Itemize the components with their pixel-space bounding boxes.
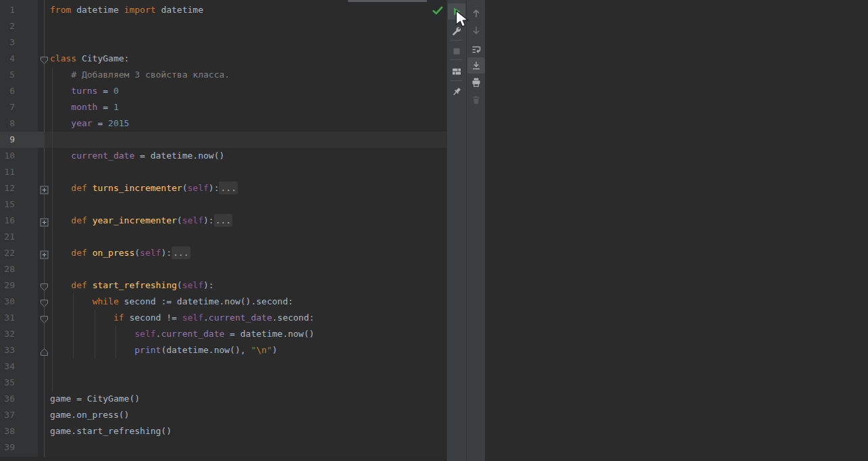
- fold-marker-end-icon[interactable]: [40, 346, 49, 354]
- line-number: 29: [0, 277, 15, 294]
- line-number: 12: [0, 180, 15, 196]
- code-line-28[interactable]: 28: [0, 261, 446, 277]
- code-text: year = 2015: [50, 115, 129, 132]
- restore-layout-button[interactable]: [448, 63, 465, 80]
- code-line-36[interactable]: 36game = CityGame(): [0, 391, 446, 407]
- code-line-4[interactable]: 4class CityGame:: [0, 51, 446, 67]
- code-line-21[interactable]: 21: [0, 229, 446, 245]
- arrow-down-button[interactable]: [467, 22, 485, 38]
- fold-marker-open-icon[interactable]: [40, 297, 49, 306]
- indent-guide: [52, 132, 53, 148]
- print-icon: [471, 77, 482, 88]
- code-text: turns = 0: [50, 83, 119, 99]
- line-number: 9: [0, 132, 15, 148]
- line-number: 35: [0, 375, 15, 391]
- code-line-15[interactable]: 15: [0, 196, 446, 213]
- line-number: 8: [0, 115, 15, 132]
- soft-wrap-button[interactable]: [467, 42, 485, 58]
- line-number: 15: [0, 196, 15, 213]
- code-line-37[interactable]: 37game.on_press(): [0, 407, 446, 423]
- line-number: 34: [0, 358, 15, 375]
- fold-marker-closed-icon[interactable]: [40, 184, 49, 192]
- indent-guide: [52, 164, 53, 180]
- code-line-31[interactable]: 31 if second != self.current_date.second…: [0, 310, 446, 326]
- toolbar-separator: [451, 40, 462, 40]
- code-line-32[interactable]: 32 self.current_date = datetime.now(): [0, 326, 446, 342]
- code-line-38[interactable]: 38game.start_refreshing(): [0, 423, 446, 439]
- code-line-9[interactable]: 9: [0, 132, 446, 148]
- trash-icon: [471, 94, 482, 105]
- line-number: 36: [0, 391, 15, 407]
- scroll-to-end-icon: [471, 60, 482, 71]
- code-text: def start_refreshing(self):: [50, 277, 214, 294]
- code-text: while second := datetime.now().second:: [50, 294, 293, 310]
- indent-guide: [52, 375, 53, 391]
- code-text: def year_incrementer(self):...: [50, 213, 232, 229]
- code-text: game.start_refreshing(): [50, 423, 172, 439]
- fold-marker-closed-icon[interactable]: [40, 216, 49, 225]
- toolbar-separator: [451, 59, 462, 60]
- indent-guide: [52, 229, 53, 245]
- code-text: print(datetime.now(), "\n"): [50, 342, 278, 358]
- line-number: 31: [0, 310, 15, 326]
- code-line-8[interactable]: 8 year = 2015: [0, 115, 446, 132]
- code-text: # Добавляем 3 свойства класса.: [50, 67, 230, 83]
- code-text: if second != self.current_date.second:: [50, 310, 314, 326]
- code-line-29[interactable]: 29 def start_refreshing(self):: [0, 277, 446, 294]
- mouse-pointer-icon: [455, 10, 469, 30]
- line-number: 16: [0, 213, 15, 229]
- code-text: month = 1: [50, 99, 119, 115]
- scroll-to-end-button[interactable]: [467, 57, 485, 74]
- line-number: 6: [0, 83, 15, 99]
- code-line-33[interactable]: 33 print(datetime.now(), "\n"): [0, 342, 446, 358]
- code-line-5[interactable]: 5 # Добавляем 3 свойства класса.: [0, 67, 446, 83]
- folded-code-badge[interactable]: ...: [214, 214, 232, 227]
- pin-button[interactable]: [448, 84, 465, 100]
- code-line-34[interactable]: 34: [0, 358, 446, 375]
- code-text: game = CityGame(): [50, 391, 140, 407]
- trash-button[interactable]: [467, 92, 485, 108]
- arrow-up-icon: [471, 8, 482, 19]
- print-button[interactable]: [467, 74, 485, 90]
- code-line-30[interactable]: 30 while second := datetime.now().second…: [0, 294, 446, 310]
- code-line-10[interactable]: 10 current_date = datetime.now(): [0, 148, 446, 164]
- code-line-1[interactable]: 1from datetime import datetime: [0, 2, 446, 18]
- code-line-3[interactable]: 3: [0, 34, 446, 51]
- line-number: 30: [0, 294, 15, 310]
- editor-bottom-edge: [0, 457, 446, 461]
- line-number: 38: [0, 423, 15, 439]
- line-number: 11: [0, 164, 15, 180]
- arrow-down-icon: [471, 25, 482, 36]
- arrow-up-button[interactable]: [467, 5, 485, 22]
- code-line-11[interactable]: 11: [0, 164, 446, 180]
- line-number: 5: [0, 67, 15, 83]
- check-icon[interactable]: [432, 5, 444, 19]
- stop-button[interactable]: [448, 43, 465, 59]
- soft-wrap-icon: [471, 45, 482, 55]
- run-console-output[interactable]: [485, 0, 868, 461]
- console-toolbar: [466, 0, 485, 461]
- code-text: from datetime import datetime: [50, 2, 203, 18]
- fold-marker-open-icon[interactable]: [40, 54, 49, 63]
- indent-guide: [52, 261, 53, 277]
- code-line-6[interactable]: 6 turns = 0: [0, 83, 446, 99]
- line-number: 37: [0, 407, 15, 423]
- code-line-7[interactable]: 7 month = 1: [0, 99, 446, 115]
- code-line-39[interactable]: 39: [0, 439, 446, 456]
- line-number: 4: [0, 51, 15, 67]
- folded-code-badge[interactable]: ...: [219, 182, 237, 194]
- code-text: self.current_date = datetime.now(): [50, 326, 314, 342]
- code-line-2[interactable]: 2: [0, 18, 446, 34]
- stop-icon: [451, 46, 462, 57]
- line-number: 10: [0, 148, 15, 164]
- code-line-12[interactable]: 12 def turns_incrementer(self):...: [0, 180, 446, 196]
- fold-marker-open-icon[interactable]: [40, 281, 49, 290]
- fold-marker-open-icon[interactable]: [40, 313, 49, 322]
- code-line-35[interactable]: 35: [0, 375, 446, 391]
- fold-marker-closed-icon[interactable]: [40, 248, 49, 257]
- editor[interactable]: 1from datetime import datetime234class C…: [0, 0, 446, 461]
- code-line-16[interactable]: 16 def year_incrementer(self):...: [0, 213, 446, 229]
- code-line-22[interactable]: 22 def on_press(self):...: [0, 245, 446, 261]
- line-number: 39: [0, 439, 15, 456]
- folded-code-badge[interactable]: ...: [172, 246, 190, 259]
